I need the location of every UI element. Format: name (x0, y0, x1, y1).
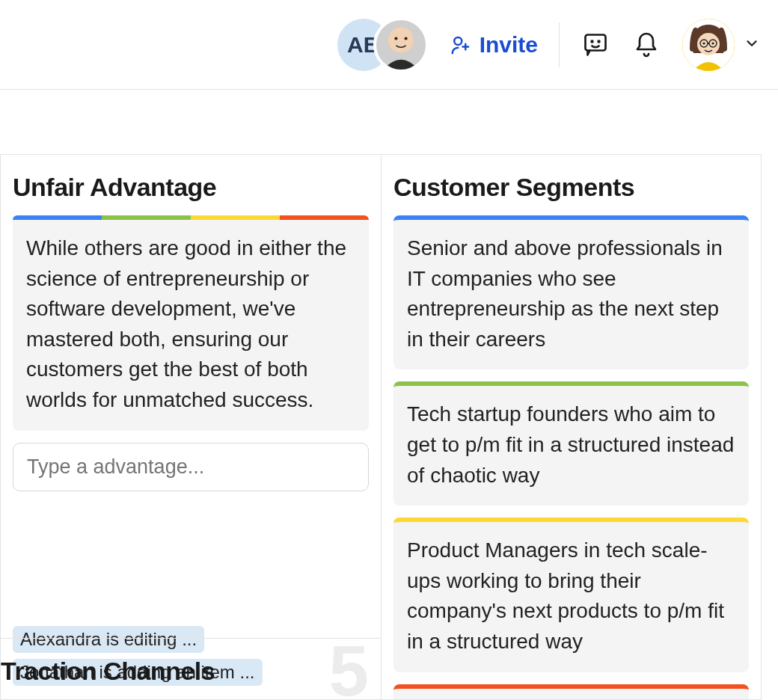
feedback-button[interactable] (581, 30, 610, 60)
advantage-card[interactable]: While others are good in either the scie… (13, 215, 369, 431)
add-advantage-input[interactable] (13, 443, 369, 491)
column-customer-segments: Customer Segments Senior and above profe… (381, 155, 761, 699)
column-title: Customer Segments (393, 173, 749, 202)
svg-point-3 (404, 37, 407, 40)
svg-point-7 (598, 40, 600, 42)
svg-point-4 (454, 37, 462, 45)
header-divider (559, 22, 560, 67)
invite-button[interactable]: Invite (450, 32, 538, 58)
column-title: Unfair Advantage (13, 173, 369, 202)
column-title: Traction Channels (1, 657, 381, 686)
svg-point-1 (388, 27, 414, 52)
svg-point-2 (394, 37, 397, 40)
app-header: AB Invite (0, 0, 778, 90)
segment-card[interactable]: Senior and above professionals in IT com… (393, 215, 749, 369)
bell-icon (633, 31, 660, 58)
user-avatar[interactable] (682, 19, 735, 71)
invite-label: Invite (480, 32, 538, 58)
collaborator-avatars[interactable]: AB (337, 17, 429, 73)
collaborator-avatar[interactable] (373, 17, 429, 73)
segment-card[interactable]: Tech startup founders who aim to get to … (393, 381, 749, 506)
notifications-button[interactable] (631, 30, 661, 60)
smile-chat-icon (582, 31, 609, 58)
segment-card[interactable]: Product Managers in tech enterprises, wh… (393, 684, 749, 699)
chevron-down-icon (744, 35, 760, 55)
svg-point-13 (702, 42, 705, 44)
invite-icon (450, 34, 472, 56)
svg-point-14 (711, 42, 714, 44)
avatar-illustration-icon (376, 20, 426, 70)
canvas-board: Unfair Advantage While others are good i… (0, 154, 762, 700)
column-unfair-advantage: Unfair Advantage While others are good i… (1, 155, 381, 699)
svg-point-6 (592, 40, 593, 42)
user-menu[interactable] (682, 19, 760, 71)
avatar-illustration-icon (682, 19, 735, 71)
segment-card[interactable]: Product Managers in tech scale-ups worki… (393, 518, 749, 672)
